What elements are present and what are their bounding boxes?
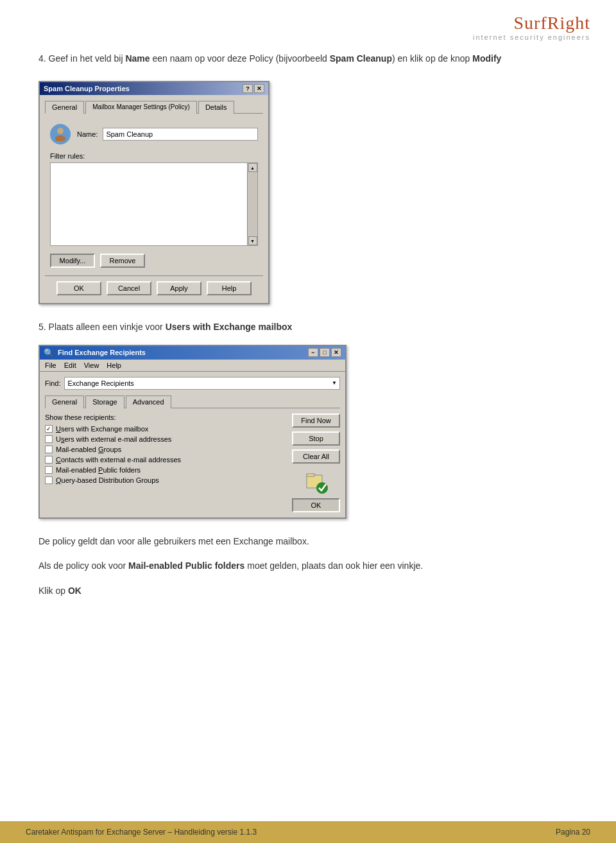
dialog2-icon: 🔍: [44, 348, 54, 358]
ok-icon-area: [292, 470, 340, 494]
svg-point-1: [55, 135, 65, 141]
checkbox-row-1: Users with external e-mail addresses: [45, 435, 287, 443]
checkbox-4[interactable]: [45, 466, 53, 474]
name-row: Name:: [50, 124, 258, 144]
show-recipients-label: Show these recipients:: [45, 413, 287, 421]
dialog1-inner: Name: Filter rules: ▲ ▼ Modify... Remove: [45, 119, 263, 275]
dialog2-main: Show these recipients: ✓ Users with Exch…: [45, 413, 340, 512]
help-button[interactable]: Help: [207, 281, 252, 295]
checkbox-row-2: Mail-enabled Groups: [45, 446, 287, 453]
dialog1-bottom-buttons: OK Cancel Apply Help: [45, 275, 263, 298]
dialog2-titlebar-buttons: − □ ✕: [308, 348, 341, 357]
checkbox-row-5: Query-based Distribution Groups: [45, 476, 287, 484]
click-ok-bold: OK: [68, 586, 81, 596]
menu-edit[interactable]: Edit: [64, 361, 76, 369]
tab-general[interactable]: General: [45, 101, 84, 114]
dialog1-body: General Mailbox Manager Settings (Policy…: [40, 95, 268, 303]
svg-point-0: [57, 128, 64, 134]
find-now-button[interactable]: Find Now: [292, 413, 340, 428]
name-label: Name:: [77, 130, 98, 138]
remove-button[interactable]: Remove: [100, 254, 145, 268]
tab-mailbox-manager[interactable]: Mailbox Manager Settings (Policy): [85, 101, 197, 114]
dialog1-help-btn[interactable]: ?: [243, 84, 253, 93]
click-ok-text: Klik op OK: [38, 584, 578, 598]
svg-point-4: [316, 482, 328, 494]
mail-pre: Als de policy ook voor: [38, 561, 128, 571]
tab2-general[interactable]: General: [45, 395, 84, 408]
menu-view[interactable]: View: [84, 361, 99, 369]
tab2-advanced[interactable]: Advanced: [126, 395, 171, 408]
dialog2-ok-button[interactable]: OK: [292, 498, 340, 512]
find-dropdown-arrow: ▼: [332, 380, 337, 386]
tab-details[interactable]: Details: [198, 101, 234, 114]
ok-icon-svg: [304, 470, 329, 494]
step4-spam-bold: Spam Cleanup: [330, 53, 392, 64]
ok-button[interactable]: OK: [56, 281, 101, 295]
checkbox-label-3: Contacts with external e-mail addresses: [56, 456, 181, 464]
checkbox-row-0: ✓ Users with Exchange mailbox: [45, 425, 287, 433]
find-row: Find: Exchange Recipients ▼: [45, 377, 340, 390]
footer-left: Caretaker Antispam for Exchange Server –…: [26, 828, 257, 837]
step4-modify-bold: Modify: [472, 53, 501, 64]
mail-bold: Mail-enabled Public folders: [128, 561, 244, 571]
filter-rules-box: ▲ ▼: [50, 162, 258, 246]
logo: SurfRight internet security engineers: [473, 13, 590, 41]
footer-right: Pagina 20: [556, 828, 590, 837]
dialog2-minimize-btn[interactable]: −: [308, 348, 318, 357]
menu-file[interactable]: File: [45, 361, 56, 369]
dialog1-close-btn[interactable]: ✕: [254, 84, 264, 93]
dialog1-title: Spam Cleanup Properties: [44, 85, 130, 92]
clear-all-button[interactable]: Clear All: [292, 449, 340, 464]
scroll-track: [248, 172, 257, 236]
dialog2-left: Show these recipients: ✓ Users with Exch…: [45, 413, 287, 512]
step4-text: 4. Geef in het veld bij Name een naam op…: [38, 51, 578, 65]
dialog2-close-btn[interactable]: ✕: [331, 348, 341, 357]
checkbox-row-4: Mail-enabled Public folders: [45, 466, 287, 474]
stop-button[interactable]: Stop: [292, 431, 340, 446]
logo-subtitle: internet security engineers: [473, 33, 590, 41]
cancel-button[interactable]: Cancel: [107, 281, 151, 295]
logo-title: SurfRight: [473, 13, 590, 33]
user-svg: [54, 127, 67, 141]
checkbox-3[interactable]: [45, 456, 53, 464]
menu-help[interactable]: Help: [107, 361, 121, 369]
svg-rect-3: [307, 474, 314, 476]
main-content: 4. Geef in het veld bij Name een naam op…: [0, 0, 616, 662]
name-input[interactable]: [103, 128, 258, 141]
dialog2-title: Find Exchange Recipients: [58, 349, 146, 356]
dialog1-tabs: General Mailbox Manager Settings (Policy…: [45, 100, 263, 114]
user-icon: [50, 124, 71, 144]
checkbox-label-5: Query-based Distribution Groups: [56, 476, 159, 484]
checkbox-label-2: Mail-enabled Groups: [56, 446, 121, 453]
dialog1-titlebar-buttons: ? ✕: [243, 84, 264, 93]
checkbox-1[interactable]: [45, 435, 53, 443]
dialog1-titlebar: Spam Cleanup Properties ? ✕: [40, 82, 268, 95]
spam-cleanup-dialog: Spam Cleanup Properties ? ✕ General Mail…: [38, 81, 270, 304]
scrollbar[interactable]: ▲ ▼: [247, 163, 257, 245]
checkbox-0[interactable]: ✓: [45, 425, 53, 433]
checkbox-label-4: Mail-enabled Public folders: [56, 466, 141, 474]
policy-text: De policy geldt dan voor alle gebruikers…: [38, 534, 578, 548]
checkbox-label-0: Users with Exchange mailbox: [56, 425, 148, 433]
step4-pre: 4. Geef in het veld bij: [38, 53, 125, 64]
dialog2-right-buttons: Find Now Stop Clear All: [292, 413, 340, 512]
apply-button[interactable]: Apply: [157, 281, 201, 295]
checkbox-2[interactable]: [45, 446, 53, 453]
checkbox-row-3: Contacts with external e-mail addresses: [45, 456, 287, 464]
dialog2-restore-btn[interactable]: □: [320, 348, 330, 357]
step5-users-bold: Users with Exchange mailbox: [166, 322, 293, 332]
checkbox-label-1: Users with external e-mail addresses: [56, 435, 171, 443]
modify-button[interactable]: Modify...: [50, 254, 95, 268]
tab2-storage[interactable]: Storage: [85, 395, 124, 408]
find-dropdown[interactable]: Exchange Recipients ▼: [64, 377, 340, 390]
scroll-down[interactable]: ▼: [248, 236, 257, 245]
scroll-up[interactable]: ▲: [248, 163, 257, 172]
checkbox-5[interactable]: [45, 476, 53, 484]
dialog2-menubar: File Edit View Help: [40, 360, 345, 372]
footer: Caretaker Antispam for Exchange Server –…: [0, 821, 616, 843]
click-pre: Klik op: [38, 586, 68, 596]
dialog2-title-area: 🔍 Find Exchange Recipients: [44, 348, 146, 358]
dialog2-body: Find: Exchange Recipients ▼ General Stor…: [40, 372, 345, 517]
mail-post: moet gelden, plaats dan ook hier een vin…: [244, 561, 423, 571]
filter-rules-label: Filter rules:: [50, 152, 258, 160]
